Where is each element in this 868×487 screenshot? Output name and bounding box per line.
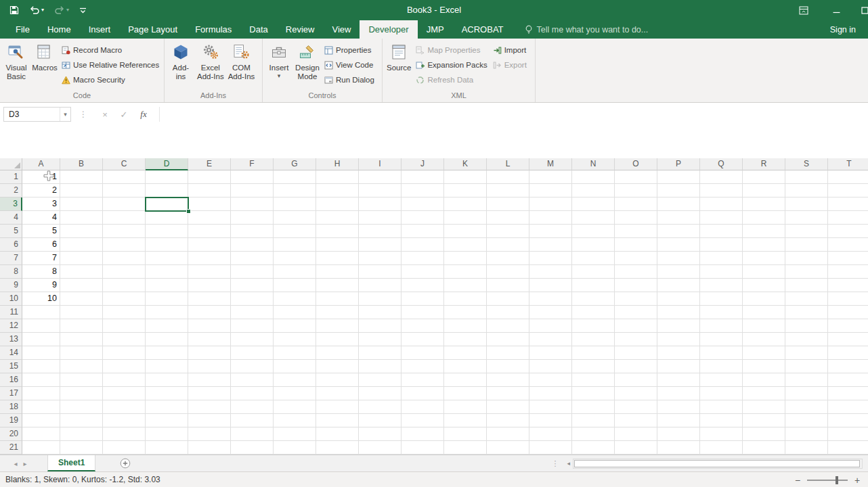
cell-N6[interactable] [572,238,615,252]
cell-A11[interactable] [22,306,60,319]
enter-button[interactable]: ✓ [114,110,133,120]
cell-E1[interactable] [188,170,231,184]
export-button[interactable]: Export [490,59,529,71]
cell-M16[interactable] [529,373,572,387]
cell-M4[interactable] [529,211,572,225]
cell-S5[interactable] [785,225,828,238]
cell-F3[interactable] [231,198,274,211]
cell-O5[interactable] [615,225,657,238]
cell-O21[interactable] [615,441,657,455]
zoom-in-button[interactable]: + [853,475,861,486]
cell-T3[interactable] [828,198,868,211]
cell-T17[interactable] [828,387,868,400]
cell-S6[interactable] [785,238,828,252]
cell-L16[interactable] [487,373,529,387]
sheet-tab-sheet1[interactable]: Sheet1 [47,455,95,471]
cell-C8[interactable] [103,265,146,279]
cell-D21[interactable] [146,441,188,455]
cell-P10[interactable] [657,292,700,306]
cell-M14[interactable] [529,346,572,360]
column-header-C[interactable]: C [103,158,146,170]
name-box[interactable]: D3 ▾ [3,107,71,122]
cell-R11[interactable] [743,306,785,319]
cell-T18[interactable] [828,400,868,414]
cell-P3[interactable] [657,198,700,211]
cell-K9[interactable] [444,279,487,292]
cell-T9[interactable] [828,279,868,292]
cancel-button[interactable]: × [95,110,114,120]
cell-S18[interactable] [785,400,828,414]
row-header-16[interactable]: 16 [0,373,22,387]
cell-Q14[interactable] [700,346,743,360]
cell-N20[interactable] [572,427,615,441]
cell-Q20[interactable] [700,427,743,441]
cell-H5[interactable] [316,225,359,238]
cell-I14[interactable] [359,346,402,360]
cell-G11[interactable] [274,306,316,319]
cell-F12[interactable] [231,319,274,333]
cell-Q6[interactable] [700,238,743,252]
cell-H10[interactable] [316,292,359,306]
cell-M15[interactable] [529,360,572,373]
cell-I18[interactable] [359,400,402,414]
row-header-7[interactable]: 7 [0,252,22,265]
cell-P11[interactable] [657,306,700,319]
cell-I3[interactable] [359,198,402,211]
cell-O1[interactable] [615,170,657,184]
cell-C7[interactable] [103,252,146,265]
cell-L20[interactable] [487,427,529,441]
save-button[interactable] [9,5,19,15]
cell-L18[interactable] [487,400,529,414]
cell-O4[interactable] [615,211,657,225]
cell-N18[interactable] [572,400,615,414]
cell-J7[interactable] [402,252,444,265]
tab-view[interactable]: View [323,20,360,39]
cell-C11[interactable] [103,306,146,319]
cell-T12[interactable] [828,319,868,333]
cell-J17[interactable] [402,387,444,400]
cell-P5[interactable] [657,225,700,238]
use-relative-references-button[interactable]: Use Relative References [59,59,162,71]
cell-K11[interactable] [444,306,487,319]
cell-S12[interactable] [785,319,828,333]
cell-G15[interactable] [274,360,316,373]
cell-K5[interactable] [444,225,487,238]
cell-B5[interactable] [60,225,103,238]
cell-E14[interactable] [188,346,231,360]
cell-O12[interactable] [615,319,657,333]
cell-I15[interactable] [359,360,402,373]
undo-dropdown-caret[interactable]: ▾ [41,7,44,13]
cell-I20[interactable] [359,427,402,441]
cell-A21[interactable] [22,441,60,455]
cell-R1[interactable] [743,170,785,184]
cell-R13[interactable] [743,333,785,346]
cell-E15[interactable] [188,360,231,373]
cell-E18[interactable] [188,400,231,414]
macros-button[interactable]: Macros [30,41,59,73]
cell-E21[interactable] [188,441,231,455]
cell-F19[interactable] [231,414,274,427]
cell-G8[interactable] [274,265,316,279]
cell-F17[interactable] [231,387,274,400]
cell-P16[interactable] [657,373,700,387]
cell-J2[interactable] [402,184,444,198]
cell-A9[interactable]: 9 [22,279,60,292]
customize-qat-button[interactable] [79,7,87,14]
cell-F4[interactable] [231,211,274,225]
cell-S7[interactable] [785,252,828,265]
cell-J8[interactable] [402,265,444,279]
name-box-dropdown-caret[interactable]: ▾ [60,108,70,121]
cell-A13[interactable] [22,333,60,346]
cell-L3[interactable] [487,198,529,211]
cell-Q21[interactable] [700,441,743,455]
cell-S20[interactable] [785,427,828,441]
cell-G12[interactable] [274,319,316,333]
cell-D11[interactable] [146,306,188,319]
cell-Q4[interactable] [700,211,743,225]
cell-T15[interactable] [828,360,868,373]
cell-B2[interactable] [60,184,103,198]
cell-L9[interactable] [487,279,529,292]
cell-S14[interactable] [785,346,828,360]
cell-P2[interactable] [657,184,700,198]
cell-J5[interactable] [402,225,444,238]
